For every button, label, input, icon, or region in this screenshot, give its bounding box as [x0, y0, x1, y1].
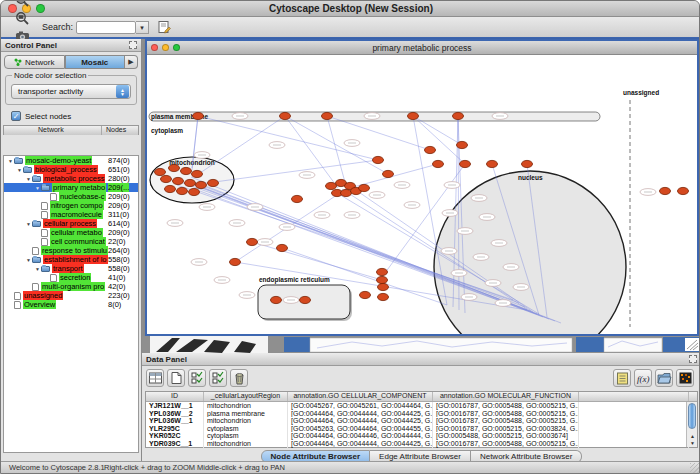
mapped-node[interactable]	[425, 146, 436, 153]
mapped-node[interactable]	[660, 187, 671, 194]
mapped-node[interactable]	[193, 112, 204, 119]
unselect-attributes-icon[interactable]	[209, 369, 227, 387]
node-color-dropdown[interactable]: transporter activity ▲▼	[11, 84, 131, 99]
mapped-node[interactable]	[383, 170, 394, 177]
expand-arrow-icon[interactable]: ▼	[34, 185, 41, 191]
float-data-panel-icon[interactable]	[689, 355, 697, 363]
expand-arrow-icon[interactable]: ▼	[34, 266, 41, 272]
mapped-node[interactable]	[453, 112, 464, 119]
mapped-node[interactable]	[169, 164, 180, 171]
mapped-node[interactable]	[181, 167, 192, 174]
attribute-table-icon[interactable]	[146, 369, 164, 387]
window-resize-grip[interactable]	[690, 463, 700, 473]
mapped-node[interactable]	[360, 291, 371, 298]
table-row[interactable]: YDR039C__1mitochondrion[GO:0044464, GO:0…	[146, 440, 697, 448]
column-header-3[interactable]: annotation.GO CELLULAR_COMPONENT	[288, 392, 433, 401]
tree-row-nitrogen-compo[interactable]: nitrogen compo209(0)	[4, 201, 138, 210]
expand-arrow-icon[interactable]: ▼	[7, 158, 14, 164]
tree-row-response-to-stimulu[interactable]: response to stimulu264(0)	[4, 246, 138, 255]
tree-row-cellular-process[interactable]: ▼cellular process614(0)	[4, 219, 138, 228]
mapped-node[interactable]	[165, 185, 176, 192]
mapped-node[interactable]	[185, 179, 196, 186]
tree-row-metabolic-process[interactable]: ▼metabolic process280(0)	[4, 174, 138, 183]
new-attribute-icon[interactable]	[167, 369, 185, 387]
delete-attribute-icon[interactable]	[230, 369, 248, 387]
mapped-node[interactable]	[322, 112, 333, 119]
mapped-node[interactable]	[326, 182, 337, 189]
tree-row-cellular-metabo[interactable]: cellular metabo209(0)	[4, 228, 138, 237]
tree-row-establishment-of-lo[interactable]: ▼establishment of lo558(0)	[4, 255, 138, 264]
expand-arrow-icon[interactable]: ▼	[25, 221, 32, 227]
mapped-node[interactable]	[280, 112, 291, 119]
table-row[interactable]: YKR052Ccytoplasm[GO:0044464, GO:0044446,…	[146, 432, 697, 440]
float-panel-icon[interactable]	[129, 41, 137, 49]
tree-row-biological-process[interactable]: ▼biological_process651(0)	[4, 165, 138, 174]
search-input[interactable]	[76, 21, 136, 34]
tree-row-cell-communicat[interactable]: cell communicat22(0)	[4, 237, 138, 246]
mapped-node[interactable]	[247, 238, 258, 245]
background-window-edge[interactable]	[284, 337, 310, 352]
mapped-node[interactable]	[271, 296, 282, 303]
mapped-node[interactable]	[277, 244, 288, 251]
mapped-node[interactable]	[408, 112, 419, 119]
mapped-node[interactable]	[196, 181, 207, 188]
mapped-node[interactable]	[192, 170, 203, 177]
mapped-node[interactable]	[487, 160, 498, 167]
select-attributes-icon[interactable]	[188, 369, 206, 387]
table-row[interactable]: YPL036W__2plasma membrane[GO:0044464, GO…	[146, 410, 697, 418]
tree-row-nucleobase-c[interactable]: nucleobase-c209(0)	[4, 192, 138, 201]
tree-row-overview[interactable]: Overview8(0)	[4, 300, 138, 309]
mapped-node[interactable]	[230, 258, 241, 265]
mapped-node[interactable]	[300, 296, 311, 303]
tab-network[interactable]: Network	[4, 55, 65, 69]
mapped-node[interactable]	[189, 188, 200, 195]
mapped-node[interactable]	[522, 160, 533, 167]
mapped-node[interactable]	[177, 187, 188, 194]
mapped-node[interactable]	[359, 184, 370, 191]
network-view-titlebar[interactable]: primary metabolic process	[147, 41, 697, 55]
tab-overflow-button[interactable]: ▶	[125, 55, 138, 69]
import-attributes-icon[interactable]	[655, 369, 673, 387]
table-row[interactable]: YPL036W__1mitochondrion[GO:0044464, GO:0…	[146, 417, 697, 425]
expand-arrow-icon[interactable]: ▼	[16, 167, 23, 173]
tree-row-unassigned[interactable]: unassigned223(0)	[4, 291, 138, 300]
mapped-node[interactable]	[208, 179, 219, 186]
search-dropdown-arrow-icon[interactable]: ▾	[136, 21, 149, 34]
scrollbar-arrows-icon[interactable]: ▲▼	[687, 433, 698, 447]
mapped-node[interactable]	[378, 283, 389, 290]
mapped-node[interactable]	[460, 160, 471, 167]
tree-column-nodes[interactable]: Nodes	[102, 126, 138, 135]
mapped-node[interactable]	[377, 276, 388, 283]
edit-search-icon[interactable]	[155, 18, 174, 36]
formula-builder-icon[interactable]: f(x)	[634, 369, 652, 387]
mapped-node[interactable]	[173, 177, 184, 184]
column-header-2[interactable]: _cellularLayoutRegion	[204, 392, 288, 401]
mapped-node[interactable]	[678, 187, 689, 194]
mapped-node[interactable]	[155, 168, 166, 175]
notes-icon[interactable]	[613, 369, 631, 387]
mapped-node[interactable]	[433, 160, 444, 167]
zoom-selected-icon[interactable]	[13, 0, 32, 9]
mapped-node[interactable]	[457, 141, 468, 148]
tree-row-transport[interactable]: ▼transport558(0)	[4, 264, 138, 273]
scrollbar-thumb[interactable]	[688, 403, 696, 429]
tree-row-multi-organism-pro[interactable]: multi-organism pro42(0)	[4, 282, 138, 291]
matrix-view-icon[interactable]	[676, 369, 694, 387]
tree-row-macromolecule[interactable]: macromolecule311(0)	[4, 210, 138, 219]
select-nodes-checkbox[interactable]: ✓	[11, 111, 21, 121]
tree-row-mosaic-demo-yeast[interactable]: ▼mosaic-demo-yeast874(0)	[4, 156, 138, 165]
table-scrollbar[interactable]: ▲▼	[686, 402, 697, 447]
mapped-node[interactable]	[161, 175, 172, 182]
tab-mosaic[interactable]: Mosaic	[65, 55, 126, 69]
table-row[interactable]: YJR121W__1mitochondrion[GO:0045267, GO:0…	[146, 402, 697, 410]
column-header-1[interactable]: ID	[146, 392, 204, 401]
table-row[interactable]: YLR295Ccytoplasm[GO:0045263, GO:0044464,…	[146, 425, 697, 433]
tree-row-primary-metabo[interactable]: ▼primary metabo209(...	[4, 183, 138, 192]
mapped-node[interactable]	[378, 293, 389, 300]
column-header-4[interactable]: annotation.GO MOLECULAR_FUNCTION	[433, 392, 579, 401]
tree-column-network[interactable]: Network	[4, 126, 102, 135]
mapped-node[interactable]	[373, 156, 384, 163]
mapped-node[interactable]	[292, 195, 303, 202]
network-graph[interactable]: plasma membranecytoplasmmitochondrionnuc…	[147, 55, 697, 334]
mapped-node[interactable]	[377, 268, 388, 275]
